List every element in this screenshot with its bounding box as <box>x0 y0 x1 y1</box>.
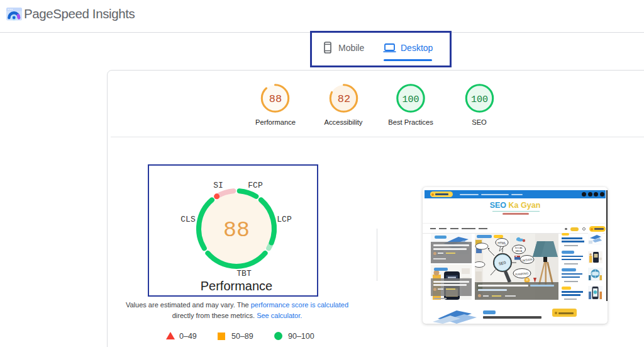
svg-text:MEDIA: MEDIA <box>516 250 523 253</box>
svg-text:100: 100 <box>402 94 419 105</box>
svg-text:88: 88 <box>269 93 282 105</box>
svg-text:82: 82 <box>338 93 350 105</box>
svg-text:88: 88 <box>223 218 250 243</box>
svg-text:100: 100 <box>471 94 488 105</box>
svg-text:HTML: HTML <box>497 241 506 245</box>
svg-text:SOCIAL: SOCIAL <box>515 247 523 249</box>
